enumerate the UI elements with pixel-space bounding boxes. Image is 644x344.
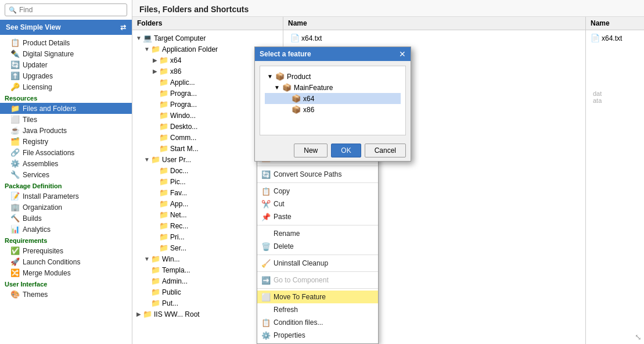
merge-modules-icon: 🔀 [10, 268, 20, 277]
search-icon: 🔍 [9, 6, 17, 14]
ctx-paste[interactable]: 📌 Paste [257, 210, 378, 223]
folder-icon: 📁 [151, 155, 160, 164]
delete-icon: 🗑️ [261, 242, 271, 251]
dialog-close-button[interactable]: ✕ [399, 50, 406, 58]
feature-icon: 📦 [292, 105, 301, 114]
dialog-tree-main-feature[interactable]: ▼ 📦 MainFeature [265, 82, 401, 93]
expand-icon: ▼ [267, 73, 275, 80]
computer-icon: 💻 [143, 34, 152, 42]
ctx-convert-source-paths[interactable]: 🔄 Convert Source Paths [257, 168, 378, 181]
tree-node-label: App... [170, 200, 188, 208]
go-to-component-icon: ➡️ [261, 276, 271, 285]
sidebar-item-product-details[interactable]: 📋 Product Details [0, 37, 132, 48]
updater-icon: 🔄 [10, 60, 20, 69]
expand-icon: ▶ [151, 57, 159, 63]
dialog-new-button[interactable]: New [294, 144, 328, 157]
sidebar-item-licensing[interactable]: 🔑 Licensing [0, 81, 132, 92]
ctx-move-to-feature[interactable]: ⬜ Move To Feature [257, 291, 378, 303]
data-label: dat [591, 90, 639, 97]
upgrades-icon: ⬆️ [10, 71, 20, 80]
ctx-separator [257, 225, 378, 225]
ctx-refresh[interactable]: Refresh [257, 303, 378, 316]
expand-icon: ▶ [135, 311, 143, 317]
product-details-icon: 📋 [10, 38, 20, 47]
ctx-properties[interactable]: ⚙️ Properties [257, 329, 378, 342]
tree-node-label: x64 [170, 56, 181, 64]
dialog-body: ▼ 📦 Product ▼ 📦 MainFeature 📦 x64 [260, 66, 406, 135]
files-folders-icon: 📁 [10, 104, 20, 113]
sidebar-item-builds[interactable]: 🔨 Builds [0, 213, 132, 224]
package-section-label: Package Definition [0, 180, 132, 191]
folder-icon: 📁 [159, 56, 168, 64]
tree-node-label: Fav... [170, 189, 187, 197]
resources-section-label: Resources [0, 92, 132, 103]
folder-icon: 📁 [151, 45, 160, 53]
sidebar-item-digital-signature[interactable]: ✒️ Digital Signature [0, 48, 132, 59]
folder-icon: 📁 [159, 188, 168, 197]
dialog-tree-x86[interactable]: 📦 x86 [265, 104, 401, 115]
themes-icon: 🎨 [10, 290, 20, 299]
licensing-icon: 🔑 [10, 83, 20, 91]
tree-node-label: User Pr... [162, 156, 191, 164]
ctx-rename[interactable]: Rename [257, 227, 378, 240]
folder-icon: 📁 [151, 277, 160, 285]
ctx-cut[interactable]: ✂️ Cut [257, 198, 378, 210]
dialog-cancel-button[interactable]: Cancel [365, 144, 406, 157]
folder-icon: 📁 [159, 144, 168, 153]
sidebar-item-registry[interactable]: 🗂️ Registry [0, 136, 132, 147]
sidebar-item-prerequisites[interactable]: ✅ Prerequisites [0, 245, 132, 256]
feature-icon: 📦 [282, 83, 292, 92]
search-box[interactable]: 🔍 [5, 3, 127, 16]
folder-icon: 📁 [159, 166, 168, 175]
ctx-separator [257, 255, 378, 255]
dialog-tree-product[interactable]: ▼ 📦 Product [265, 71, 401, 82]
ctx-separator [257, 166, 378, 166]
sidebar-item-tiles[interactable]: ⬜ Tiles [0, 114, 132, 125]
sidebar-item-merge-modules[interactable]: 🔀 Merge Modules [0, 267, 132, 278]
file-row[interactable]: 📄 x64.txt [288, 33, 581, 44]
dialog-tree-label: Product [287, 73, 311, 81]
java-icon: ☕ [10, 126, 20, 135]
copy-icon: 📋 [261, 187, 271, 196]
tree-node-target-computer[interactable]: ▼ 💻 Target Computer [132, 33, 283, 44]
sidebar-item-assemblies[interactable]: ⚙️ Assemblies [0, 158, 132, 169]
ctx-uninstall-cleanup[interactable]: 🧹 Uninstall Cleanup [257, 257, 378, 270]
prerequisites-icon: ✅ [10, 246, 20, 255]
builds-icon: 🔨 [10, 214, 20, 223]
resize-icon[interactable]: ⤡ [635, 332, 642, 342]
dialog-tree-x64[interactable]: 📦 x64 [265, 93, 401, 104]
right-file-name: x64.txt [602, 34, 622, 42]
simple-view-button[interactable]: See Simple View ⇄ [0, 20, 132, 35]
sidebar-item-themes[interactable]: 🎨 Themes [0, 289, 132, 300]
file-name: x64.txt [301, 34, 322, 42]
tree-node-label: Pic... [170, 178, 186, 186]
sidebar-item-organization[interactable]: 🏢 Organization [0, 202, 132, 213]
folder-icon: 📁 [159, 199, 168, 208]
folder-icon: 📁 [159, 177, 168, 186]
ctx-condition-files[interactable]: 📋 Condition files... [257, 316, 378, 329]
folder-icon: 📁 [151, 288, 160, 296]
sidebar-item-updater[interactable]: 🔄 Updater [0, 59, 132, 70]
sidebar-item-java-products[interactable]: ☕ Java Products [0, 125, 132, 136]
sidebar-item-services[interactable]: 🔧 Services [0, 169, 132, 180]
sidebar-item-file-associations[interactable]: 🔗 File Associations [0, 147, 132, 158]
sidebar-item-upgrades[interactable]: ⬆️ Upgrades [0, 70, 132, 81]
tree-node-label: Doc... [170, 167, 188, 175]
files-list: 📄 x64.txt [283, 30, 585, 46]
folder-icon: 📁 [151, 299, 160, 307]
tree-node-label: Pri... [170, 233, 185, 241]
dialog-ok-button[interactable]: OK [331, 144, 361, 157]
sidebar-item-launch-conditions[interactable]: 🚀 Launch Conditions [0, 256, 132, 267]
ctx-delete[interactable]: 🗑️ Delete [257, 240, 378, 253]
sidebar-item-analytics[interactable]: 📊 Analytics [0, 224, 132, 235]
sidebar-item-install-parameters[interactable]: 📝 Install Parameters [0, 191, 132, 202]
right-file-row[interactable]: 📄 x64.txt [591, 33, 639, 44]
ctx-copy[interactable]: 📋 Copy [257, 185, 378, 198]
uninstall-icon: 🧹 [261, 259, 271, 268]
tree-node-label: Public [162, 288, 181, 296]
files-panel-header: Name [283, 17, 585, 30]
sidebar-item-files-and-folders[interactable]: 📁 Files and Folders [0, 103, 132, 114]
search-input[interactable] [19, 6, 123, 14]
ctx-go-to-component[interactable]: ➡️ Go to Component [257, 274, 378, 286]
services-icon: 🔧 [10, 170, 20, 179]
